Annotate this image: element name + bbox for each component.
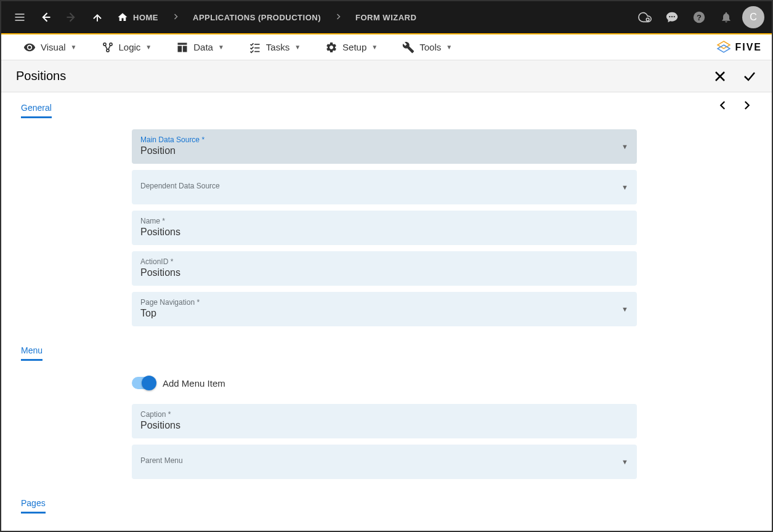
- menu-label: Logic: [119, 42, 141, 52]
- chevron-down-icon: ▼: [294, 44, 301, 50]
- avatar-letter: C: [750, 12, 757, 23]
- back-button[interactable]: [34, 6, 57, 28]
- field-value: Positions: [140, 267, 628, 278]
- menu-visual[interactable]: Visual▼: [11, 41, 89, 54]
- breadcrumb-form-wizard[interactable]: FORM WIZARD: [350, 13, 421, 22]
- bell-icon[interactable]: [715, 6, 737, 28]
- chevron-down-icon: ▼: [145, 44, 152, 50]
- menu-label: Tools: [419, 42, 441, 52]
- add-menu-item-toggle[interactable]: [132, 377, 155, 389]
- toggle-label: Add Menu Item: [163, 378, 225, 389]
- menu-label: Setup: [342, 42, 366, 52]
- field-value: Positions: [140, 227, 628, 238]
- field-label: Name *: [140, 217, 628, 225]
- hamburger-icon[interactable]: [9, 6, 31, 28]
- cloud-icon[interactable]: [634, 6, 656, 28]
- chevron-down-icon: ▼: [71, 44, 77, 50]
- svg-text:?: ?: [697, 13, 702, 22]
- field-label: Dependent Data Source: [140, 182, 628, 190]
- field-value: Top: [140, 308, 628, 319]
- svg-point-7: [669, 16, 670, 17]
- page-title: Positions: [16, 69, 713, 83]
- logo-text: FIVE: [735, 42, 762, 53]
- chevron-down-icon: ▼: [446, 44, 452, 50]
- prev-button[interactable]: [718, 100, 729, 111]
- next-button[interactable]: [741, 100, 752, 111]
- chevron-right-icon: [330, 12, 347, 23]
- chevron-right-icon: [167, 12, 184, 23]
- field-label: Main Data Source *: [140, 135, 628, 144]
- section-general-label: General: [21, 103, 52, 118]
- chevron-down-icon: ▼: [621, 143, 628, 150]
- caption-field[interactable]: Caption * Positions: [132, 404, 637, 438]
- menu-tasks[interactable]: Tasks▼: [237, 41, 313, 54]
- forward-button: [60, 6, 83, 28]
- field-value: Positions: [140, 420, 628, 431]
- svg-point-9: [674, 16, 675, 17]
- field-label: Caption *: [140, 410, 628, 419]
- field-label: Parent Menu: [140, 456, 628, 465]
- up-button[interactable]: [86, 6, 108, 28]
- close-button[interactable]: [713, 69, 727, 84]
- confirm-button[interactable]: [742, 69, 757, 84]
- chevron-down-icon: ▼: [371, 44, 378, 50]
- main-data-source-field[interactable]: Main Data Source * Position ▼: [132, 129, 637, 164]
- parent-menu-field[interactable]: Parent Menu ▼: [132, 445, 637, 479]
- chevron-down-icon: ▼: [621, 305, 628, 313]
- field-label: ActionID *: [140, 257, 628, 266]
- help-icon[interactable]: ?: [688, 6, 710, 28]
- menu-setup[interactable]: Setup▼: [313, 41, 390, 54]
- page-navigation-field[interactable]: Page Navigation * Top ▼: [132, 292, 637, 326]
- breadcrumb-label: HOME: [133, 13, 158, 22]
- menu-label: Visual: [41, 42, 66, 52]
- svg-point-6: [646, 18, 649, 21]
- menu-logic[interactable]: Logic▼: [89, 41, 164, 54]
- avatar[interactable]: C: [742, 6, 764, 28]
- breadcrumb-applications[interactable]: APPLICATIONS (PRODUCTION): [188, 13, 326, 22]
- menu-tools[interactable]: Tools▼: [390, 41, 464, 54]
- svg-point-8: [671, 16, 673, 17]
- chat-icon[interactable]: [661, 6, 683, 28]
- menu-data[interactable]: Data▼: [164, 41, 237, 54]
- action-id-field[interactable]: ActionID * Positions: [132, 251, 637, 286]
- breadcrumb-label: FORM WIZARD: [355, 13, 416, 22]
- dependent-data-source-field[interactable]: Dependent Data Source ▼: [132, 170, 637, 204]
- menu-label: Data: [193, 42, 213, 52]
- breadcrumb-home[interactable]: HOME: [112, 12, 163, 23]
- name-field[interactable]: Name * Positions: [132, 211, 637, 245]
- chevron-down-icon: ▼: [218, 44, 224, 50]
- section-pages-label: Pages: [21, 498, 46, 514]
- breadcrumb-label: APPLICATIONS (PRODUCTION): [193, 13, 321, 22]
- field-value: Position: [140, 145, 628, 156]
- field-label: Page Navigation *: [140, 298, 628, 307]
- menu-label: Tasks: [266, 42, 289, 52]
- chevron-down-icon: ▼: [621, 183, 628, 191]
- chevron-down-icon: ▼: [621, 458, 628, 465]
- section-menu-label: Menu: [21, 345, 42, 361]
- logo: FIVE: [716, 40, 762, 55]
